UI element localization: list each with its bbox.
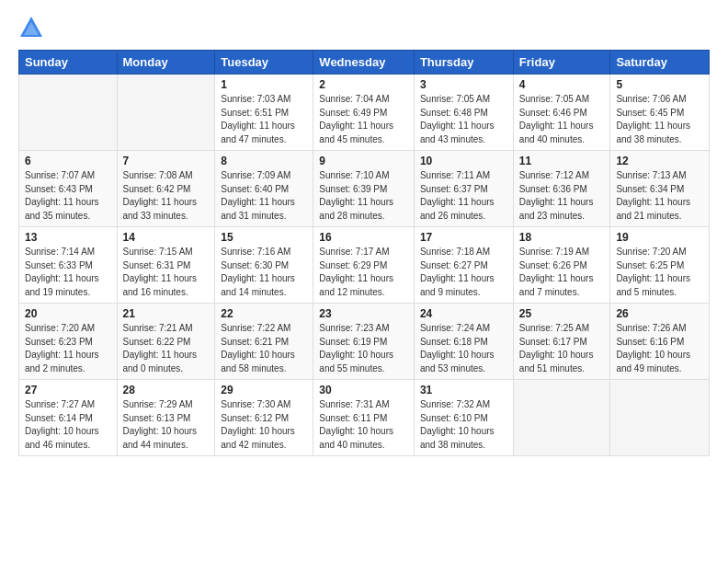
calendar-cell: 24Sunrise: 7:24 AMSunset: 6:18 PMDayligh…: [414, 304, 513, 380]
day-number: 30: [319, 384, 408, 396]
weekday-header-sunday: Sunday: [19, 51, 118, 75]
day-info: Sunrise: 7:05 AMSunset: 6:46 PMDaylight:…: [519, 93, 605, 146]
calendar-cell: 31Sunrise: 7:32 AMSunset: 6:10 PMDayligh…: [414, 380, 513, 456]
calendar-cell: 18Sunrise: 7:19 AMSunset: 6:26 PMDayligh…: [513, 227, 610, 304]
weekday-header-thursday: Thursday: [414, 51, 513, 75]
day-info: Sunrise: 7:29 AMSunset: 6:13 PMDaylight:…: [123, 398, 210, 452]
day-number: 13: [25, 231, 111, 244]
calendar-cell: 14Sunrise: 7:15 AMSunset: 6:31 PMDayligh…: [117, 227, 215, 304]
weekday-header-monday: Monday: [117, 51, 215, 75]
calendar-week-row: 6Sunrise: 7:07 AMSunset: 6:43 PMDaylight…: [19, 151, 710, 227]
calendar-cell: [19, 75, 118, 151]
calendar-cell: 17Sunrise: 7:18 AMSunset: 6:27 PMDayligh…: [414, 227, 513, 304]
day-info: Sunrise: 7:18 AMSunset: 6:27 PMDaylight:…: [420, 246, 507, 299]
day-info: Sunrise: 7:17 AMSunset: 6:29 PMDaylight:…: [319, 246, 408, 299]
day-number: 24: [420, 307, 507, 320]
day-info: Sunrise: 7:30 AMSunset: 6:12 PMDaylight:…: [221, 398, 307, 452]
day-number: 9: [319, 155, 408, 167]
calendar-cell: 11Sunrise: 7:12 AMSunset: 6:36 PMDayligh…: [513, 151, 610, 227]
calendar-week-row: 20Sunrise: 7:20 AMSunset: 6:23 PMDayligh…: [19, 304, 710, 380]
day-number: 10: [420, 155, 507, 167]
day-info: Sunrise: 7:15 AMSunset: 6:31 PMDaylight:…: [123, 246, 210, 299]
day-number: 29: [221, 384, 307, 396]
day-info: Sunrise: 7:23 AMSunset: 6:19 PMDaylight:…: [319, 322, 408, 375]
day-info: Sunrise: 7:22 AMSunset: 6:21 PMDaylight:…: [221, 322, 307, 375]
day-number: 15: [221, 231, 307, 244]
calendar-week-row: 1Sunrise: 7:03 AMSunset: 6:51 PMDaylight…: [19, 75, 710, 151]
weekday-header-wednesday: Wednesday: [313, 51, 415, 75]
calendar-cell: 3Sunrise: 7:05 AMSunset: 6:48 PMDaylight…: [414, 75, 513, 151]
calendar-cell: 16Sunrise: 7:17 AMSunset: 6:29 PMDayligh…: [313, 227, 415, 304]
calendar-table: SundayMondayTuesdayWednesdayThursdayFrid…: [18, 50, 710, 456]
logo-icon: [18, 15, 44, 40]
calendar-cell: 29Sunrise: 7:30 AMSunset: 6:12 PMDayligh…: [215, 380, 313, 456]
day-info: Sunrise: 7:25 AMSunset: 6:17 PMDaylight:…: [519, 322, 605, 375]
calendar-cell: [610, 380, 710, 456]
calendar-cell: 27Sunrise: 7:27 AMSunset: 6:14 PMDayligh…: [19, 380, 118, 456]
calendar-cell: 6Sunrise: 7:07 AMSunset: 6:43 PMDaylight…: [19, 151, 118, 227]
calendar-cell: [117, 75, 215, 151]
day-info: Sunrise: 7:31 AMSunset: 6:11 PMDaylight:…: [319, 398, 408, 452]
calendar-cell: 22Sunrise: 7:22 AMSunset: 6:21 PMDayligh…: [215, 304, 313, 380]
day-number: 14: [123, 231, 210, 244]
day-info: Sunrise: 7:10 AMSunset: 6:39 PMDaylight:…: [319, 169, 408, 223]
calendar-cell: 8Sunrise: 7:09 AMSunset: 6:40 PMDaylight…: [215, 151, 313, 227]
day-number: 28: [123, 384, 210, 396]
day-number: 26: [616, 307, 703, 320]
day-info: Sunrise: 7:24 AMSunset: 6:18 PMDaylight:…: [420, 322, 507, 375]
calendar-cell: 26Sunrise: 7:26 AMSunset: 6:16 PMDayligh…: [610, 304, 710, 380]
day-info: Sunrise: 7:27 AMSunset: 6:14 PMDaylight:…: [25, 398, 111, 452]
day-number: 22: [221, 307, 307, 320]
calendar-cell: 15Sunrise: 7:16 AMSunset: 6:30 PMDayligh…: [215, 227, 313, 304]
weekday-header-row: SundayMondayTuesdayWednesdayThursdayFrid…: [19, 51, 710, 75]
day-number: 21: [123, 307, 210, 320]
page: SundayMondayTuesdayWednesdayThursdayFrid…: [0, 0, 728, 467]
calendar-cell: 21Sunrise: 7:21 AMSunset: 6:22 PMDayligh…: [117, 304, 215, 380]
day-info: Sunrise: 7:11 AMSunset: 6:37 PMDaylight:…: [420, 169, 507, 223]
day-info: Sunrise: 7:04 AMSunset: 6:49 PMDaylight:…: [319, 93, 408, 146]
day-number: 12: [616, 155, 703, 167]
calendar-cell: 28Sunrise: 7:29 AMSunset: 6:13 PMDayligh…: [117, 380, 215, 456]
day-number: 27: [25, 384, 111, 396]
day-number: 3: [420, 78, 507, 91]
calendar-cell: 12Sunrise: 7:13 AMSunset: 6:34 PMDayligh…: [610, 151, 710, 227]
day-number: 25: [519, 307, 605, 320]
day-number: 2: [319, 78, 408, 91]
day-info: Sunrise: 7:32 AMSunset: 6:10 PMDaylight:…: [420, 398, 507, 452]
day-info: Sunrise: 7:13 AMSunset: 6:34 PMDaylight:…: [616, 169, 703, 223]
day-number: 4: [519, 78, 605, 91]
day-number: 31: [420, 384, 507, 396]
day-info: Sunrise: 7:14 AMSunset: 6:33 PMDaylight:…: [25, 246, 111, 299]
calendar-cell: 9Sunrise: 7:10 AMSunset: 6:39 PMDaylight…: [313, 151, 415, 227]
day-number: 8: [221, 155, 307, 167]
day-number: 17: [420, 231, 507, 244]
calendar-cell: 30Sunrise: 7:31 AMSunset: 6:11 PMDayligh…: [313, 380, 415, 456]
day-info: Sunrise: 7:21 AMSunset: 6:22 PMDaylight:…: [123, 322, 210, 375]
day-info: Sunrise: 7:05 AMSunset: 6:48 PMDaylight:…: [420, 93, 507, 146]
calendar-cell: 20Sunrise: 7:20 AMSunset: 6:23 PMDayligh…: [19, 304, 118, 380]
weekday-header-saturday: Saturday: [610, 51, 710, 75]
calendar-cell: 5Sunrise: 7:06 AMSunset: 6:45 PMDaylight…: [610, 75, 710, 151]
calendar-cell: 4Sunrise: 7:05 AMSunset: 6:46 PMDaylight…: [513, 75, 610, 151]
day-number: 18: [519, 231, 605, 244]
day-info: Sunrise: 7:07 AMSunset: 6:43 PMDaylight:…: [25, 169, 111, 223]
day-number: 7: [123, 155, 210, 167]
day-info: Sunrise: 7:20 AMSunset: 6:25 PMDaylight:…: [616, 246, 703, 299]
day-number: 1: [221, 78, 307, 91]
day-number: 11: [519, 155, 605, 167]
weekday-header-friday: Friday: [513, 51, 610, 75]
calendar-cell: 13Sunrise: 7:14 AMSunset: 6:33 PMDayligh…: [19, 227, 118, 304]
day-info: Sunrise: 7:20 AMSunset: 6:23 PMDaylight:…: [25, 322, 111, 375]
calendar-cell: 25Sunrise: 7:25 AMSunset: 6:17 PMDayligh…: [513, 304, 610, 380]
day-number: 6: [25, 155, 111, 167]
day-info: Sunrise: 7:26 AMSunset: 6:16 PMDaylight:…: [616, 322, 703, 375]
calendar-cell: 1Sunrise: 7:03 AMSunset: 6:51 PMDaylight…: [215, 75, 313, 151]
day-info: Sunrise: 7:19 AMSunset: 6:26 PMDaylight:…: [519, 246, 605, 299]
day-info: Sunrise: 7:06 AMSunset: 6:45 PMDaylight:…: [616, 93, 703, 146]
day-info: Sunrise: 7:12 AMSunset: 6:36 PMDaylight:…: [519, 169, 605, 223]
day-info: Sunrise: 7:16 AMSunset: 6:30 PMDaylight:…: [221, 246, 307, 299]
day-number: 20: [25, 307, 111, 320]
calendar-week-row: 27Sunrise: 7:27 AMSunset: 6:14 PMDayligh…: [19, 380, 710, 456]
day-info: Sunrise: 7:08 AMSunset: 6:42 PMDaylight:…: [123, 169, 210, 223]
calendar-cell: 7Sunrise: 7:08 AMSunset: 6:42 PMDaylight…: [117, 151, 215, 227]
